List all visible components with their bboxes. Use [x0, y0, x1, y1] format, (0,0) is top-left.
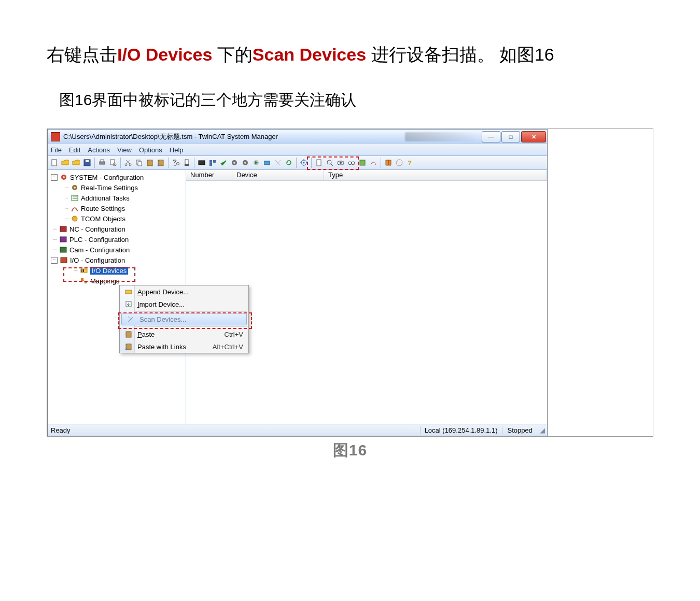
- paste-ctx-icon: [123, 330, 134, 338]
- tree-io[interactable]: I/O - Configuration: [70, 256, 125, 264]
- column-device[interactable]: Device: [232, 170, 324, 180]
- gear-b-icon[interactable]: [241, 158, 250, 167]
- svg-rect-54: [81, 278, 83, 281]
- tree-addtasks[interactable]: Additional Tasks: [81, 194, 130, 202]
- doc-a-icon[interactable]: [314, 158, 324, 167]
- column-type[interactable]: Type: [324, 170, 547, 180]
- svg-rect-0: [52, 160, 57, 166]
- tree-realtime[interactable]: Real-Time Settings: [81, 184, 138, 192]
- tool-a-icon[interactable]: [197, 158, 206, 167]
- instruction-pre: 右键点击: [47, 45, 117, 64]
- svg-rect-19: [209, 160, 212, 163]
- cut-icon[interactable]: [123, 158, 133, 167]
- info-icon[interactable]: [395, 158, 404, 167]
- svg-rect-14: [160, 160, 162, 161]
- route-icon: [71, 204, 79, 212]
- menu-help[interactable]: Help: [170, 146, 184, 154]
- menu-view[interactable]: View: [117, 146, 132, 154]
- import-device-icon: [123, 300, 134, 308]
- scan-devices-toolbar-icon[interactable]: [273, 158, 283, 167]
- tree-system[interactable]: SYSTEM - Configuration: [70, 174, 144, 181]
- gear-a-icon[interactable]: [230, 158, 239, 167]
- new-icon[interactable]: [50, 158, 59, 167]
- watch-icon[interactable]: [336, 158, 345, 167]
- help-icon[interactable]: ?: [405, 158, 415, 167]
- toolbar: ?: [48, 156, 547, 170]
- svg-point-34: [348, 162, 352, 165]
- svg-rect-30: [317, 160, 321, 166]
- find-icon[interactable]: [171, 158, 180, 167]
- sym-b-icon[interactable]: [369, 158, 378, 167]
- ctx-append-device[interactable]: Append Device...: [120, 285, 248, 298]
- close-button[interactable]: ✕: [521, 131, 546, 142]
- svg-point-31: [327, 160, 331, 164]
- print-preview-icon[interactable]: [108, 158, 118, 167]
- reload-icon[interactable]: [284, 158, 293, 167]
- minimize-button[interactable]: —: [482, 131, 500, 142]
- tree-tcom[interactable]: TCOM Objects: [81, 215, 125, 223]
- svg-point-42: [74, 187, 76, 189]
- ctx-import-device[interactable]: Import Device...: [120, 298, 248, 310]
- ctx-scan-devices[interactable]: Scan Devices...: [121, 313, 247, 325]
- svg-rect-53: [83, 269, 84, 272]
- tcom-icon: [71, 214, 79, 223]
- svg-rect-56: [125, 290, 132, 294]
- svg-rect-5: [110, 160, 115, 165]
- run-mode-icon[interactable]: [251, 158, 261, 167]
- tree-nc[interactable]: NC - Configuration: [69, 225, 125, 233]
- svg-rect-3: [100, 162, 105, 164]
- status-state: Stopped: [502, 426, 538, 434]
- tree-route[interactable]: Route Settings: [81, 205, 125, 212]
- ctx-paste-links-acc: Alt+Ctrl+V: [213, 343, 248, 351]
- svg-rect-55: [85, 281, 87, 283]
- status-address: Local (169.254.1.89.1.1): [420, 426, 502, 434]
- config-mode-icon[interactable]: [262, 158, 272, 167]
- ctx-paste[interactable]: Paste Ctrl+V: [120, 328, 248, 340]
- paste-icon[interactable]: [145, 158, 155, 167]
- ctx-paste-links[interactable]: Paste with Links Alt+Ctrl+V: [120, 340, 248, 353]
- menu-edit[interactable]: Edit: [69, 146, 80, 154]
- book-icon[interactable]: [384, 158, 393, 167]
- menu-actions[interactable]: Actions: [88, 146, 110, 154]
- resize-grip-icon[interactable]: ◢: [538, 426, 547, 434]
- save-icon[interactable]: [82, 158, 92, 167]
- svg-text:?: ?: [408, 159, 412, 167]
- print-icon[interactable]: [97, 158, 107, 167]
- target-icon[interactable]: [299, 158, 309, 167]
- io-devices-icon: [80, 266, 88, 275]
- tree-cam[interactable]: Cam - Configuration: [69, 246, 130, 254]
- sym-a-icon[interactable]: [358, 158, 367, 167]
- figure-caption: 图16: [47, 440, 653, 461]
- search-icon[interactable]: [325, 158, 334, 167]
- svg-rect-12: [149, 160, 151, 161]
- svg-rect-61: [128, 344, 130, 345]
- open-icon[interactable]: [61, 158, 70, 167]
- svg-rect-17: [185, 164, 189, 166]
- status-bar: Ready Local (169.254.1.89.1.1) Stopped ◢: [48, 424, 547, 436]
- instruction-post: 进行设备扫描。 如图16: [366, 45, 554, 64]
- column-number[interactable]: Number: [186, 170, 232, 180]
- tree-io-devices[interactable]: I/O Devices: [90, 267, 128, 275]
- glasses-icon[interactable]: [347, 158, 356, 167]
- twincat-app-icon: [51, 132, 60, 141]
- svg-rect-49: [60, 247, 66, 252]
- io-config-icon: [60, 256, 68, 264]
- svg-rect-10: [138, 162, 142, 166]
- stop-icon[interactable]: [182, 158, 191, 167]
- svg-rect-59: [128, 331, 130, 333]
- svg-point-45: [77, 210, 78, 211]
- tool-b-icon[interactable]: [208, 158, 217, 167]
- paste-links-icon[interactable]: [156, 158, 165, 167]
- check-icon[interactable]: [219, 158, 228, 167]
- tree-plc[interactable]: PLC - Configuration: [69, 236, 129, 244]
- window-titlebar: C:\Users\Administrator\Desktop\无标题.tsm -…: [48, 130, 547, 144]
- maximize-button[interactable]: □: [501, 131, 520, 142]
- menu-file[interactable]: File: [51, 146, 62, 154]
- svg-rect-36: [360, 160, 365, 165]
- tasks-icon: [71, 194, 79, 202]
- menu-options[interactable]: Options: [139, 146, 162, 154]
- open2-icon[interactable]: [72, 158, 81, 167]
- tree-mappings[interactable]: Mappings: [90, 277, 119, 285]
- copy-icon[interactable]: [134, 158, 144, 167]
- mappings-icon: [80, 277, 88, 285]
